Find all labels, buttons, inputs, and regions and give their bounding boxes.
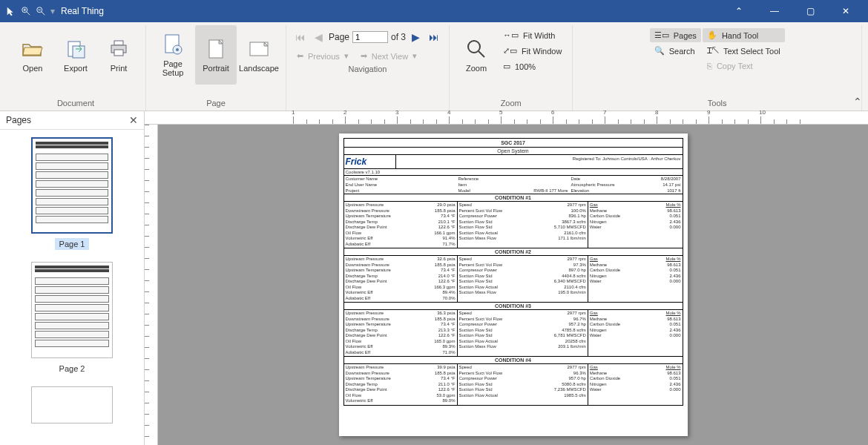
search-icon: 🔍 xyxy=(654,46,665,56)
group-label-document: Document xyxy=(57,97,94,111)
next-icon: ➡ xyxy=(361,51,367,61)
group-document: Open Export Print Document xyxy=(6,25,146,111)
export-icon xyxy=(64,37,88,61)
portrait-icon xyxy=(204,37,228,61)
quick-access: ▾ xyxy=(6,6,55,16)
portrait-button[interactable]: Portrait xyxy=(195,25,237,85)
titlebar: ▾ Real Thing ⌃ — ▢ ✕ xyxy=(0,0,868,22)
folder-open-icon xyxy=(21,37,45,61)
svg-line-1 xyxy=(27,12,30,15)
ribbon: Open Export Print Document Page Setup Po… xyxy=(0,22,868,111)
document-page: SGC 2017Open SystemFrickRegistered To: J… xyxy=(339,134,688,436)
copy-icon: ⎘ xyxy=(707,62,712,70)
printer-icon xyxy=(107,37,131,61)
previous-view-button[interactable]: ⬅ Previous ▾ xyxy=(292,49,353,63)
zoom-button[interactable]: Zoom xyxy=(456,25,497,85)
minimize-button[interactable]: — xyxy=(758,0,791,22)
next-page-button[interactable]: ▶ xyxy=(409,30,423,44)
pages-panel-toggle[interactable]: ☰▭Pages xyxy=(650,28,701,42)
fit-width-icon: ↔▭ xyxy=(503,30,519,40)
next-view-button[interactable]: ➡ Next View ▾ xyxy=(356,49,421,63)
page-canvas[interactable]: SGC 2017Open SystemFrickRegistered To: J… xyxy=(158,125,868,445)
first-page-button[interactable]: ⏮ xyxy=(292,30,309,44)
thumbnail-label-1: Page 1 xyxy=(55,238,90,250)
thumbnail-page-2[interactable] xyxy=(31,262,113,358)
svg-line-18 xyxy=(479,51,484,57)
ribbon-minimize-button[interactable]: ⌃ xyxy=(723,0,755,22)
landscape-icon xyxy=(247,37,271,61)
svg-line-5 xyxy=(42,12,45,15)
thumbnail-list[interactable]: Page 1 Page 2 xyxy=(0,130,144,445)
group-navigation: ⏮ ◀ Page of 3 ▶ ⏭ ⬅ Previous ▾ ➡ Next Vi… xyxy=(286,25,450,111)
last-page-button[interactable]: ⏭ xyxy=(426,30,442,44)
zoom-100-button[interactable]: ▭100% xyxy=(499,59,566,73)
thumbnail-label-2: Page 2 xyxy=(55,363,90,375)
pages-icon: ☰▭ xyxy=(654,30,669,40)
print-button[interactable]: Print xyxy=(98,25,139,85)
text-select-icon: Ꮖ↖ xyxy=(707,46,719,56)
zoom-in-icon[interactable] xyxy=(21,6,31,16)
previous-icon: ⬅ xyxy=(297,51,303,61)
svg-rect-11 xyxy=(114,50,123,56)
group-label-page: Page xyxy=(206,97,226,111)
thumbnail-page-1[interactable] xyxy=(31,137,113,234)
group-tools: ☰▭Pages 🔍Search ✋Hand Tool Ꮖ↖Text Select… xyxy=(573,25,862,111)
group-label-zoom: Zoom xyxy=(501,97,522,111)
fit-width-button[interactable]: ↔▭Fit Width xyxy=(499,28,566,42)
prev-page-button[interactable]: ◀ xyxy=(312,30,326,44)
hand-tool-button[interactable]: ✋Hand Tool xyxy=(703,28,785,42)
page-number-input[interactable] xyxy=(352,31,388,43)
close-button[interactable]: ✕ xyxy=(829,0,862,22)
svg-point-14 xyxy=(176,48,179,51)
ruler-vertical xyxy=(145,125,158,445)
svg-rect-9 xyxy=(114,41,123,45)
close-icon[interactable]: ✕ xyxy=(129,114,138,126)
document-viewer: 12345678910 SGC 2017Open SystemFrickRegi… xyxy=(145,111,868,445)
group-label-tools: Tools xyxy=(708,97,727,111)
page-total: of 3 xyxy=(391,32,406,42)
fit-window-icon: ⤢▭ xyxy=(503,46,517,56)
search-button[interactable]: 🔍Search xyxy=(650,44,701,58)
group-page: Page Setup Portrait Landscape Page xyxy=(146,25,286,111)
page-icon: ▭ xyxy=(503,62,510,71)
svg-point-17 xyxy=(468,41,480,53)
group-zoom: Zoom ↔▭Fit Width ⤢▭Fit Window ▭100% Zoom xyxy=(450,25,573,111)
hand-icon: ✋ xyxy=(707,30,717,40)
pages-panel: Pages ✕ Page 1 Page 2 xyxy=(0,111,145,445)
ribbon-collapse-button[interactable]: ⌃ xyxy=(853,96,862,108)
page-setup-button[interactable]: Page Setup xyxy=(152,25,194,85)
export-button[interactable]: Export xyxy=(55,25,96,85)
copy-text-button[interactable]: ⎘Copy Text xyxy=(703,59,785,73)
window-title: Real Thing xyxy=(61,6,723,16)
text-select-tool-button[interactable]: Ꮖ↖Text Select Tool xyxy=(703,44,785,58)
page-setup-icon xyxy=(161,33,185,56)
magnifier-icon xyxy=(464,37,488,61)
open-button[interactable]: Open xyxy=(12,25,53,85)
landscape-button[interactable]: Landscape xyxy=(238,25,280,85)
maximize-button[interactable]: ▢ xyxy=(794,0,826,22)
pages-panel-title: Pages xyxy=(6,115,31,125)
group-label-navigation: Navigation xyxy=(349,63,387,76)
zoom-out-icon[interactable] xyxy=(36,6,46,16)
page-label: Page xyxy=(329,32,349,42)
thumbnail-page-3[interactable] xyxy=(31,386,113,423)
pointer-icon[interactable] xyxy=(6,6,16,16)
fit-window-button[interactable]: ⤢▭Fit Window xyxy=(499,44,566,58)
ruler-horizontal: 12345678910 xyxy=(145,111,868,125)
qat-separator: ▾ xyxy=(50,6,55,16)
